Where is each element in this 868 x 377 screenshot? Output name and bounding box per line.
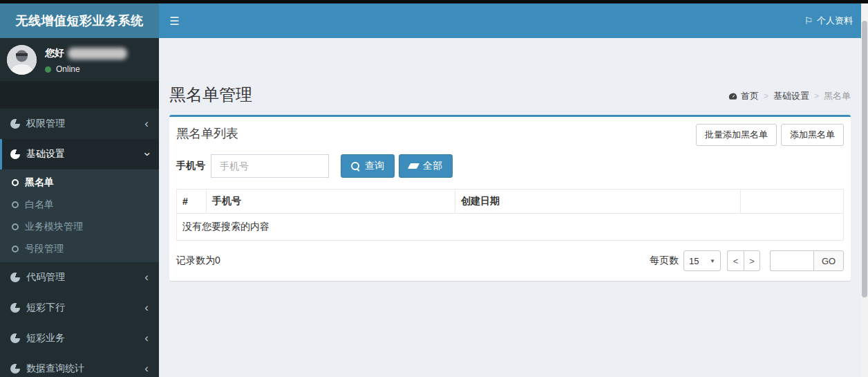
scrollbar-track[interactable] [861,3,868,377]
online-status-label: Online [56,64,80,74]
circle-icon [12,246,19,252]
sidebar: 您好 Online 权限管理 ‹ 基础设置 ‹ [0,38,159,377]
submenu-item-label: 白名单 [25,199,54,211]
record-count: 记录数为0 [176,255,220,267]
blacklist-table: # 手机号 创建日期 [176,189,844,214]
header-phone: 手机号 [207,190,455,214]
pie-chart-icon [10,119,20,129]
prev-page-button[interactable]: < [727,250,744,271]
app-logo[interactable]: 无线增值短彩业务系统 [0,3,159,38]
sidebar-spacer [0,81,159,109]
sidebar-item-basic-settings[interactable]: 基础设置 ‹ [0,139,159,169]
sidebar-item-label: 权限管理 [26,118,65,130]
pie-chart-icon [10,333,20,343]
chevron-left-icon: ‹ [144,335,149,342]
sidebar-item-whitelist[interactable]: 白名单 [0,194,159,216]
chevron-left-icon: ‹ [144,120,149,127]
chevron-left-icon: ‹ [144,274,149,281]
per-page-label: 每页数 [650,255,679,267]
phone-input[interactable] [211,154,329,178]
eraser-icon [408,163,419,169]
phone-field-label: 手机号 [176,160,205,172]
breadcrumb-separator: > [814,91,819,101]
sidebar-item-code-management[interactable]: 代码管理 ‹ [0,262,159,293]
query-button-label: 查询 [365,160,384,172]
sidebar-menu: 权限管理 ‹ 基础设置 ‹ 黑名单 白名单 [0,109,159,377]
pie-chart-icon [10,303,20,313]
pie-chart-icon [10,273,20,282]
header-created-date: 创建日期 [455,190,741,214]
top-header: 无线增值短彩业务系统 ☰ ⚐ 个人资料 [0,3,861,38]
sidebar-item-blacklist[interactable]: 黑名单 [0,172,159,194]
add-blacklist-button[interactable]: 添加黑名单 [781,124,844,146]
breadcrumb-current: 黑名单 [824,90,851,102]
avatar [7,45,37,75]
box-tools: 批量添加黑名单 添加黑名单 [692,124,844,146]
navbar: ☰ ⚐ 个人资料 [159,3,861,38]
submenu-item-label: 业务模块管理 [25,221,83,233]
pagination: 每页数 15 ▼ < > GO [650,250,844,271]
box-header: 黑名单列表 批量添加黑名单 添加黑名单 [169,117,851,151]
circle-icon [12,179,19,186]
go-group: GO [770,250,844,271]
chevron-down-icon: ‹ [143,152,150,156]
scrollbar-thumb[interactable] [862,21,867,297]
sidebar-toggle-button[interactable]: ☰ [159,3,190,38]
flag-icon: ⚐ [804,15,813,26]
sidebar-item-sms-business[interactable]: 短彩业务 ‹ [0,323,159,353]
show-all-button-label: 全部 [423,160,442,172]
table-footer: 记录数为0 每页数 15 ▼ < > GO [176,250,844,271]
circle-icon [12,223,19,230]
profile-label: 个人资料 [817,15,853,27]
profile-link[interactable]: ⚐ 个人资料 [804,3,853,38]
sidebar-item-label: 代码管理 [26,271,65,284]
per-page-select[interactable]: 15 ▼ [683,250,721,271]
pie-chart-icon [10,364,20,374]
table-header-row: # 手机号 创建日期 [177,190,844,214]
next-page-button[interactable]: > [744,250,760,271]
sidebar-item-permission-management[interactable]: 权限管理 ‹ [0,109,159,139]
window-top-strip [0,0,868,3]
breadcrumb-separator: > [764,91,768,101]
sidebar-item-label: 短彩下行 [26,302,65,314]
page-number-input[interactable] [770,250,813,271]
submenu-item-label: 号段管理 [25,243,64,255]
show-all-button[interactable]: 全部 [399,154,453,178]
query-button[interactable]: 查询 [341,154,395,178]
app-wrapper: 无线增值短彩业务系统 ☰ ⚐ 个人资料 您 [0,3,861,377]
box-body: 手机号 查询 全部 # 手机号 [169,154,851,281]
user-panel: 您好 Online [0,38,159,81]
batch-add-blacklist-button[interactable]: 批量添加黑名单 [696,124,777,146]
content-header: 黑名单管理 首页 > 基础设置 > 黑名单 [159,73,861,115]
submenu-item-label: 黑名单 [25,176,54,189]
sidebar-item-business-module-management[interactable]: 业务模块管理 [0,216,159,238]
search-icon [351,162,360,171]
sidebar-item-label: 数据查询统计 [26,362,84,375]
dashboard-icon [728,92,737,101]
sidebar-item-sms-downlink[interactable]: 短彩下行 ‹ [0,293,159,323]
redacted-username [68,48,127,59]
sidebar-item-label: 基础设置 [26,148,65,160]
chevron-left-icon: ‹ [144,304,149,311]
main-content: 黑名单管理 首页 > 基础设置 > 黑名单 黑名单列表 批量添加黑名单 [159,38,861,377]
search-form: 手机号 查询 全部 [176,154,844,178]
hamburger-icon: ☰ [169,15,179,28]
user-info: 您好 Online [45,45,127,74]
sidebar-item-number-segment-management[interactable]: 号段管理 [0,238,159,260]
breadcrumb-home[interactable]: 首页 [741,90,759,102]
chevron-left-icon: ‹ [144,365,149,372]
basic-settings-submenu: 黑名单 白名单 业务模块管理 号段管理 [0,169,159,262]
sidebar-item-data-query-statistics[interactable]: 数据查询统计 ‹ [0,353,159,377]
blacklist-box: 黑名单列表 批量添加黑名单 添加黑名单 手机号 查询 全部 [169,115,851,281]
per-page-value: 15 [689,256,699,266]
header-actions [741,190,844,214]
box-title: 黑名单列表 [176,127,238,140]
breadcrumb-basic-settings[interactable]: 基础设置 [773,90,809,102]
header-index: # [177,190,207,214]
caret-down-icon: ▼ [710,258,715,264]
user-greeting: 您好 [45,47,64,59]
go-button[interactable]: GO [813,250,844,271]
sidebar-item-label: 短彩业务 [26,332,65,344]
pie-chart-icon [10,149,20,159]
pager-group: < > [727,250,760,271]
